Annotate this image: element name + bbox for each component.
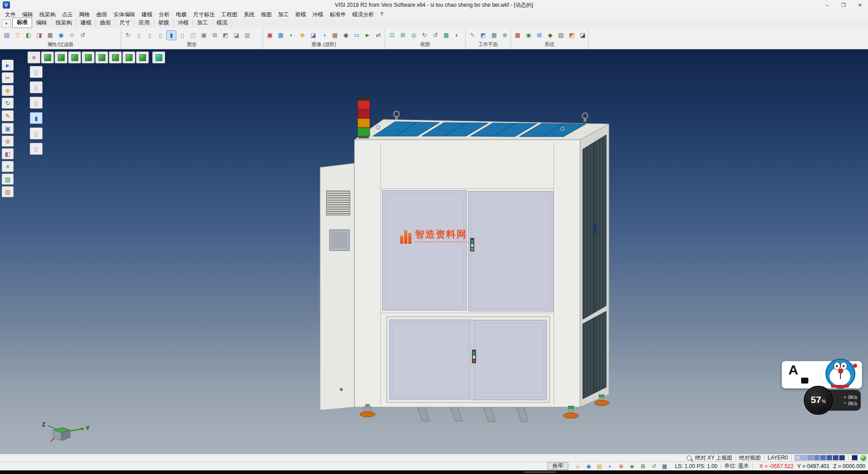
views-icon[interactable]: ▦: [441, 30, 451, 40]
section-display-icon[interactable]: ◩: [221, 30, 231, 40]
clip-plane-5-icon[interactable]: ▯: [30, 143, 42, 155]
refresh-graphics-icon[interactable]: ↻: [123, 30, 133, 40]
palette-icon[interactable]: ▦: [513, 30, 523, 40]
display-mode-active-icon[interactable]: ▮: [30, 112, 42, 124]
shadow-display-icon[interactable]: ◪: [231, 30, 241, 40]
box-display-icon[interactable]: ▣: [199, 30, 209, 40]
animation-icon[interactable]: ►: [363, 30, 373, 40]
close-button[interactable]: ✕: [852, 0, 868, 10]
memory-gauge[interactable]: 57 %: [804, 386, 833, 415]
view-front-icon[interactable]: [68, 52, 81, 63]
color-swatch[interactable]: [833, 455, 839, 460]
view-left-icon[interactable]: [95, 52, 108, 63]
workplane-sketch-icon[interactable]: ✎: [467, 30, 477, 40]
dynamic-rotate-icon[interactable]: ↻: [2, 98, 14, 109]
snap-point-icon[interactable]: ⊕: [2, 85, 14, 96]
toolbar-tab[interactable]: 冲模: [174, 19, 193, 28]
lock-filter-icon[interactable]: ⊘: [67, 30, 77, 40]
background-icon[interactable]: ▩: [330, 30, 340, 40]
snap-icon[interactable]: ⊕: [616, 462, 626, 470]
toolbar-tab[interactable]: 建模: [76, 19, 96, 28]
color-swatch[interactable]: [826, 455, 832, 460]
clip-plane-4-icon[interactable]: ▯: [30, 128, 42, 139]
view-dynamic-icon[interactable]: [152, 52, 165, 63]
macro-icon[interactable]: ◆: [545, 30, 555, 40]
view-back-icon[interactable]: [82, 52, 94, 63]
compare-icon[interactable]: ⇄: [373, 30, 383, 40]
rotate-view-icon[interactable]: ↻: [420, 30, 429, 40]
fill-color-icon[interactable]: ◧: [2, 148, 14, 159]
color-swatch[interactable]: [814, 455, 820, 460]
material-icon[interactable]: ◐: [287, 30, 297, 40]
render-icon[interactable]: ▣: [265, 30, 275, 40]
texture-icon[interactable]: ▦: [276, 30, 286, 40]
toolbar-tab[interactable]: 标准: [12, 18, 32, 28]
reset-filter-icon[interactable]: ↺: [78, 30, 88, 40]
toolbar-tab[interactable]: 塑膜: [154, 19, 174, 28]
erase-icon[interactable]: ⊘: [2, 136, 14, 147]
home-icon[interactable]: ⌂: [573, 462, 583, 470]
element-filter-icon[interactable]: ▦: [45, 30, 55, 40]
view-iso-icon[interactable]: [41, 52, 54, 63]
search-icon[interactable]: [687, 455, 692, 460]
capture-icon[interactable]: ▭: [352, 30, 362, 40]
grid-icon[interactable]: ⊞: [638, 462, 648, 470]
color-swatch[interactable]: [820, 455, 826, 460]
toolbar-tab[interactable]: 编辑: [32, 19, 52, 28]
sketch-icon[interactable]: ✎: [2, 110, 14, 121]
trim-icon[interactable]: ✂: [2, 72, 14, 83]
tabbar-dropdown-icon[interactable]: ▾: [2, 19, 11, 28]
lock-toggle[interactable]: 拴牢: [547, 462, 568, 470]
hatch-icon[interactable]: ▨: [556, 30, 566, 40]
menu-item[interactable]: 塑模: [292, 10, 309, 19]
clip-plane-1-icon[interactable]: ▯: [30, 66, 42, 78]
profile-icon[interactable]: ◐: [605, 462, 615, 470]
transparent-icon[interactable]: ◫: [188, 30, 198, 40]
color-swatch[interactable]: [839, 455, 845, 460]
wireframe-icon[interactable]: ▯: [134, 30, 144, 40]
solid-box-icon[interactable]: ▣: [2, 123, 14, 134]
color-filter-icon[interactable]: ◨: [34, 30, 44, 40]
color-swatch[interactable]: [801, 455, 807, 460]
color-swatch[interactable]: [795, 455, 801, 460]
toolbar-tab[interactable]: 尺寸: [115, 19, 135, 28]
color-swatch[interactable]: [807, 455, 813, 460]
color-gradient-swatches[interactable]: [795, 455, 845, 460]
menu-item[interactable]: 系统: [241, 10, 258, 19]
filter-icon[interactable]: ▽: [13, 30, 23, 40]
layer-tool-icon[interactable]: ▤: [2, 186, 14, 197]
views-menu-icon[interactable]: ≡: [28, 52, 40, 63]
camera-icon[interactable]: ◉: [341, 30, 351, 40]
menu-item[interactable]: 模流分析: [349, 10, 377, 19]
shadow-icon[interactable]: ◪: [308, 30, 318, 40]
gallery-icon[interactable]: ▥: [242, 30, 252, 40]
view-right-icon[interactable]: [109, 52, 122, 63]
menu-item[interactable]: 加工: [275, 10, 292, 19]
toolbar-tab[interactable]: 加工: [193, 19, 212, 28]
display-settings-icon[interactable]: ◪: [578, 30, 588, 40]
menu-item[interactable]: ?: [377, 10, 387, 19]
workplane-align-icon[interactable]: ◩: [478, 30, 488, 40]
align-icon[interactable]: ≡: [2, 161, 14, 172]
view-axon-icon[interactable]: [136, 52, 149, 63]
view-top-icon[interactable]: [55, 52, 67, 63]
globe-icon[interactable]: ◉: [524, 30, 533, 40]
clip-plane-2-icon[interactable]: ▯: [30, 81, 42, 93]
refresh-icon[interactable]: ↺: [649, 462, 659, 470]
toolbar-tab[interactable]: 应用: [135, 19, 154, 28]
view-bottom-icon[interactable]: [123, 52, 135, 63]
hidden-line-icon[interactable]: ▯: [145, 30, 155, 40]
menu-item[interactable]: 视图: [258, 10, 275, 19]
layer-indicator[interactable]: LAYER0: [768, 455, 788, 461]
workplane-grid-icon[interactable]: ▦: [489, 30, 499, 40]
workplane-origin-icon[interactable]: ⊕: [500, 30, 510, 40]
visibility-filter-icon[interactable]: ◉: [56, 30, 66, 40]
attributes-icon[interactable]: ▤: [2, 30, 12, 40]
menu-item[interactable]: 标准件: [326, 10, 349, 19]
options-icon[interactable]: ◩: [567, 30, 577, 40]
reflection-icon[interactable]: ◑: [319, 30, 329, 40]
shaded-edges-icon[interactable]: ▯: [177, 30, 187, 40]
previous-view-icon[interactable]: ↺: [430, 30, 440, 40]
taskbar-sliver[interactable]: [0, 470, 868, 474]
pan-icon[interactable]: ◎: [409, 30, 419, 40]
